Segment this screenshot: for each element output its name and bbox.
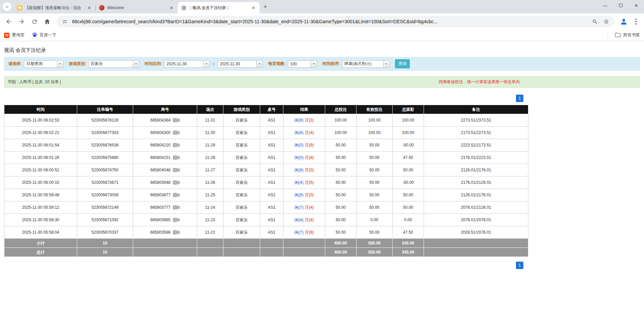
cell-table-no: AS1	[260, 214, 283, 226]
date-start-combobox: ▼	[164, 60, 210, 68]
header-payout: 总派彩	[393, 105, 424, 114]
video-replay-icon[interactable]	[173, 230, 180, 235]
refresh-button[interactable]	[29, 16, 40, 27]
date-start-input[interactable]	[164, 60, 203, 68]
cell-payout: 47.50	[393, 226, 424, 239]
tab-forum[interactable]: 【新提醒】海燕策略论坛 - 综合 ✕	[13, 2, 95, 13]
cell-total-bet[interactable]: 50.00	[325, 139, 357, 152]
page-number-button[interactable]: 1	[516, 95, 523, 102]
page-number-button[interactable]: 1	[516, 262, 523, 269]
filter-range-label: 时间区间:	[145, 61, 162, 67]
cell-valid-bet: 0.00	[357, 214, 393, 226]
zoom-icon[interactable]	[591, 18, 599, 26]
date-end-input[interactable]	[217, 60, 256, 68]
tab-title: Welcome	[107, 5, 166, 10]
browser-menu-button[interactable]	[631, 16, 641, 27]
site-controls-icon[interactable]	[61, 18, 69, 26]
cell-total-bet[interactable]: 50.00	[325, 201, 357, 214]
video-replay-icon[interactable]	[173, 168, 180, 172]
cell-total-bet[interactable]: 50.00	[325, 164, 357, 176]
per-page-input[interactable]	[288, 60, 311, 68]
refresh-icon	[31, 19, 38, 25]
cell-remark: 2028.51/2076.01	[424, 226, 528, 239]
cell-payout: 50.00	[393, 189, 424, 201]
cell-total-bet[interactable]: 50.00	[325, 189, 357, 201]
close-tab-icon[interactable]: ✕	[87, 5, 92, 10]
pagination-top: 1	[4, 95, 523, 102]
header-session: 场次	[197, 105, 223, 114]
cell-total-bet[interactable]: 100.00	[325, 127, 357, 139]
tab-welcome[interactable]: Welcome ✕	[96, 2, 178, 13]
cell-total-bet[interactable]: 50.00	[325, 226, 357, 239]
home-button[interactable]	[42, 16, 53, 27]
cell-total-bet[interactable]: 100.00	[325, 114, 357, 127]
minimize-button[interactable]: —	[597, 0, 613, 11]
result-player: 闲(6)	[295, 118, 304, 123]
cell-session: 11-28	[197, 152, 223, 164]
cell-session: 11-26	[197, 176, 223, 189]
video-replay-icon[interactable]	[173, 155, 180, 160]
search-button[interactable]: 查询	[395, 59, 410, 68]
cell-game-type: 百家乐	[223, 139, 260, 152]
chevron-down-icon[interactable]: ▼	[203, 60, 210, 68]
cell-game-type: 百家乐	[223, 214, 260, 226]
cell-game-type: 百家乐	[223, 176, 260, 189]
chevron-down-icon[interactable]: ▼	[133, 60, 139, 68]
query-type-input[interactable]	[24, 60, 57, 68]
close-tab-icon[interactable]: ✕	[251, 5, 256, 10]
cell-total-bet[interactable]: 50.00	[325, 214, 357, 226]
game-type-input[interactable]	[88, 60, 133, 68]
cell-payout: 0.00	[393, 214, 424, 226]
tab-search-button[interactable]	[3, 2, 11, 11]
video-replay-icon[interactable]	[173, 218, 180, 222]
cell-time: 2025-11-30 06:00:15	[4, 176, 77, 189]
result-banker: 庄(0)	[305, 168, 314, 172]
url-text[interactable]: 66cxkj98.com/game/betrecord_search/kind3…	[72, 19, 587, 24]
video-replay-icon[interactable]	[173, 205, 180, 210]
video-replay-icon[interactable]	[173, 118, 180, 123]
cell-time: 2025-11-30 05:59:12	[4, 201, 77, 214]
result-player: 闲(7)	[295, 230, 304, 235]
bookmark-taobao[interactable]: 淘 爱淘宝	[4, 32, 25, 38]
currency-summary: 币别 : 人民币 | 总共 :10 注单 |	[8, 79, 61, 85]
address-bar[interactable]: 66cxkj98.com/game/betrecord_search/kind3…	[57, 16, 614, 27]
video-replay-icon[interactable]	[173, 193, 180, 197]
sort-order-input[interactable]	[342, 60, 383, 68]
cell-total-bet[interactable]: 50.00	[325, 176, 357, 189]
notice-text: 同局有效投注，统一计算在该局第一张注单内	[439, 79, 520, 85]
cell-time: 2025-11-30 06:02:53	[4, 114, 77, 127]
video-replay-icon[interactable]	[173, 130, 180, 135]
close-window-button[interactable]: ✕	[628, 0, 644, 11]
profile-avatar[interactable]	[618, 16, 629, 27]
chevron-down-icon[interactable]: ▼	[383, 60, 390, 68]
chevron-down-icon[interactable]: ▼	[256, 60, 263, 68]
forward-button[interactable]	[16, 16, 27, 27]
maximize-button[interactable]	[613, 0, 628, 11]
result-banker: 庄(9)	[305, 143, 314, 147]
new-tab-button[interactable]: +	[261, 2, 270, 11]
cell-empty	[133, 248, 197, 257]
chevron-down-icon[interactable]: ▼	[311, 60, 317, 68]
filter-select-label: 请选择:	[8, 61, 22, 67]
total-count: 10	[77, 248, 133, 257]
bookmark-baidu[interactable]: 百度一下	[32, 32, 57, 38]
tab-bet-records[interactable]: :::视讯 会员下注纪录::: ✕	[178, 2, 259, 13]
maximize-icon	[619, 4, 622, 7]
cell-payout: 100.00	[393, 114, 424, 127]
query-type-combobox: ▼	[24, 60, 63, 68]
cell-round: 665804220	[133, 139, 197, 152]
bookmark-star-icon[interactable]	[602, 18, 610, 26]
cell-time: 2025-11-30 06:01:54	[4, 139, 77, 152]
payout-sum: 345.00	[393, 248, 424, 257]
chevron-down-icon[interactable]: ▼	[57, 60, 63, 68]
video-replay-icon[interactable]	[173, 143, 180, 147]
close-tab-icon[interactable]: ✕	[169, 5, 174, 10]
date-end-combobox: ▼	[217, 60, 263, 68]
result-banker: 庄(9)	[305, 230, 314, 235]
cell-valid-bet: 100.00	[357, 127, 393, 139]
all-bookmarks-button[interactable]: 所有书签	[615, 32, 640, 38]
cell-empty	[133, 239, 197, 248]
video-replay-icon[interactable]	[173, 180, 180, 185]
cell-total-bet[interactable]: 50.00	[325, 152, 357, 164]
back-button[interactable]	[3, 16, 14, 27]
